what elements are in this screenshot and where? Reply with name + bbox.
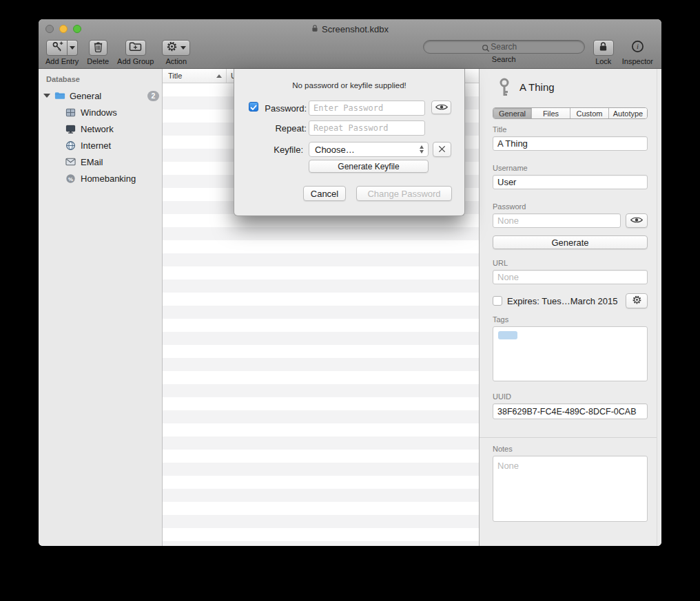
titlebar[interactable]: Screenshot.kdbx — [39, 19, 661, 39]
dialog-password-input[interactable] — [309, 101, 425, 116]
coin-percent-icon: % — [65, 173, 76, 184]
uuid-label: UUID — [493, 392, 511, 401]
inspector-divider — [480, 437, 661, 438]
dialog-repeat-input[interactable] — [309, 120, 425, 136]
generate-password-button[interactable]: Generate — [493, 235, 648, 249]
change-password-button[interactable]: Change Password — [356, 186, 452, 201]
sidebar-item-email[interactable]: EMail — [39, 154, 159, 169]
reveal-password-button[interactable] — [626, 213, 648, 228]
key-plus-icon — [51, 41, 63, 56]
envelope-icon — [65, 156, 76, 167]
eye-icon — [435, 103, 448, 113]
expires-settings-button[interactable] — [626, 293, 648, 308]
notes-placeholder: None — [497, 461, 519, 471]
toolbar-item-inspector: i Inspector — [622, 40, 653, 65]
tab-files[interactable]: Files — [532, 108, 570, 118]
main-content: Database General 2 Windows — [39, 69, 661, 546]
sidebar-item-internet[interactable]: Internet — [39, 138, 159, 153]
popup-stepper-icon — [420, 145, 424, 154]
username-input[interactable] — [493, 175, 648, 189]
dialog-keyfile-label: Keyfile: — [257, 145, 303, 155]
sidebar-group-general[interactable]: General 2 — [39, 88, 159, 103]
entry-key-icon — [496, 77, 513, 101]
add-entry-dropdown-button[interactable] — [68, 40, 78, 56]
tab-custom[interactable]: Custom — [570, 108, 609, 118]
gear-icon — [632, 295, 642, 307]
disclosure-triangle-icon[interactable] — [43, 94, 50, 98]
action-button[interactable] — [162, 40, 190, 56]
url-input[interactable] — [493, 270, 648, 284]
toolbar-item-lock: Lock — [593, 40, 614, 65]
dialog-reveal-password-button[interactable] — [431, 101, 451, 114]
password-input[interactable] — [493, 213, 621, 228]
generate-keyfile-button[interactable]: Generate Keyfile — [309, 160, 429, 173]
keyfile-popup-button[interactable]: Choose… — [309, 142, 429, 157]
lock-label: Lock — [595, 57, 611, 65]
svg-text:i: i — [637, 43, 639, 50]
column-header-title[interactable]: Title — [163, 69, 227, 83]
tags-label: Tags — [493, 315, 508, 324]
globe-icon — [65, 140, 76, 151]
document-lock-icon — [311, 24, 318, 34]
folder-plus-icon — [129, 41, 142, 54]
app-window: Screenshot.kdbx Add E — [39, 19, 661, 546]
delete-button[interactable] — [89, 40, 107, 56]
tag-token[interactable] — [498, 331, 517, 339]
inspector-entry-title: A Thing — [519, 81, 555, 93]
info-circle-icon: i — [631, 40, 644, 56]
sidebar-item-label: Internet — [81, 140, 111, 151]
sidebar-item-label: Homebanking — [81, 173, 136, 184]
inspector-toggle-button[interactable]: i — [631, 40, 644, 56]
lock-button[interactable] — [593, 40, 614, 56]
inspector-label: Inspector — [622, 57, 653, 65]
chevron-down-icon — [181, 46, 186, 50]
checkmark-icon — [250, 101, 257, 113]
title-input[interactable] — [493, 136, 648, 151]
sidebar-item-label: Windows — [81, 107, 117, 118]
padlock-icon — [599, 41, 608, 54]
sidebar-item-label: Network — [81, 124, 114, 134]
gear-icon — [166, 41, 178, 55]
toolbar-item-add-group: Add Group — [117, 40, 154, 65]
sidebar-item-network[interactable]: Network — [39, 121, 159, 136]
dialog-repeat-label: Repeat: — [260, 123, 307, 134]
eye-icon — [630, 215, 643, 226]
password-enabled-checkbox[interactable] — [249, 102, 258, 112]
expires-checkbox[interactable] — [493, 296, 502, 306]
chevron-down-icon — [70, 46, 75, 50]
expires-label: Expires: Tues…March 2015 — [507, 296, 617, 306]
sidebar-group-label: General — [70, 91, 101, 101]
add-entry-label: Add Entry — [45, 57, 79, 65]
action-label: Action — [166, 57, 187, 65]
keyfile-popup-value: Choose… — [315, 145, 355, 155]
cancel-button[interactable]: Cancel — [303, 186, 346, 201]
close-x-icon — [438, 145, 446, 155]
tab-general[interactable]: General — [493, 108, 532, 118]
delete-label: Delete — [87, 57, 109, 65]
toolbar-item-action: Action — [162, 40, 190, 65]
uuid-input[interactable] — [493, 403, 648, 419]
tags-box[interactable] — [493, 326, 648, 381]
tab-autotype[interactable]: Autotype — [609, 108, 647, 118]
sidebar-section-header: Database — [46, 75, 80, 83]
windows-icon — [65, 107, 76, 118]
sidebar-item-homebanking[interactable]: % Homebanking — [39, 171, 159, 186]
sidebar: Database General 2 Windows — [39, 69, 163, 546]
add-entry-button[interactable] — [46, 40, 68, 56]
sidebar-item-label: EMail — [81, 157, 103, 167]
notes-label: Notes — [493, 445, 513, 453]
add-group-button[interactable] — [125, 40, 146, 56]
toolbar-item-delete: Delete — [87, 40, 109, 65]
inspector-scrollbar[interactable] — [657, 69, 661, 546]
window-title-area: Screenshot.kdbx — [39, 19, 661, 39]
change-password-sheet: No password or keyfile supplied! Passwor… — [234, 69, 465, 216]
svg-text:%: % — [68, 176, 72, 182]
notes-box[interactable]: None — [493, 456, 648, 522]
password-field-label: Password — [493, 202, 526, 211]
folder-icon — [54, 90, 65, 101]
clear-keyfile-button[interactable] — [433, 142, 451, 157]
search-label: Search — [492, 55, 516, 63]
trash-icon — [93, 41, 103, 55]
sidebar-item-windows[interactable]: Windows — [39, 105, 159, 120]
search-input[interactable] — [423, 40, 585, 54]
